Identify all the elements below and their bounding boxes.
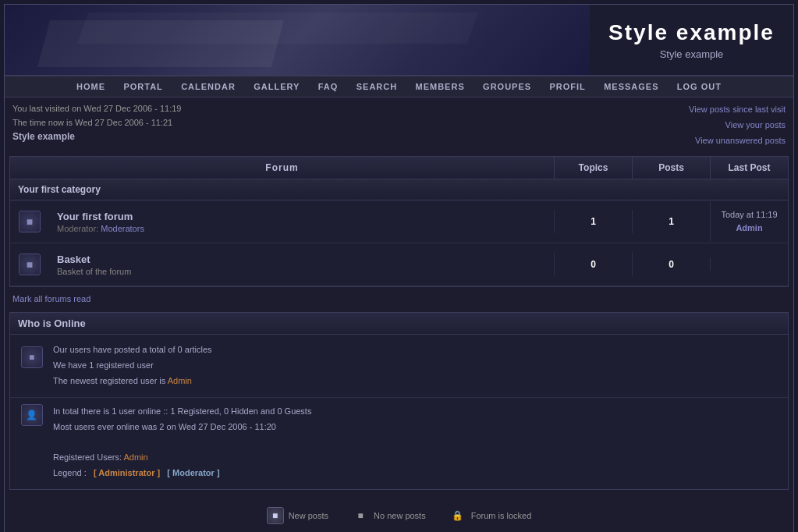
col-header-forum: Forum [10,157,554,179]
col-header-topics: Topics [554,157,632,179]
nav-calendar[interactable]: CALENDAR [173,82,243,91]
posts-count-2: 0 [669,259,674,270]
online-header: Who is Online [10,313,788,335]
blank-line [53,434,780,450]
no-new-legend-icon: ■ [352,507,369,524]
nav-home[interactable]: HOME [69,82,113,91]
forum-name-link-2[interactable]: Basket [57,254,90,265]
forum-info-cell: Your first forum Moderator: Moderators [49,204,554,239]
topics-cell: 1 [554,210,632,233]
posts-count: 1 [669,216,674,227]
forum-icon-cell-2: ■ [10,247,49,282]
locked-legend-icon: 🔒 [449,507,466,524]
nav-profil[interactable]: PROFIL [541,82,593,91]
nav-bar: HOME PORTAL CALENDAR GALLERY FAQ SEARCH … [5,76,793,98]
registered-user-link[interactable]: Admin [124,452,148,462]
site-title: Style example [608,20,775,45]
online-section2-content: In total there is 1 user online :: 1 Reg… [53,404,780,481]
forum-table: Forum Topics Posts Last Post Your first … [9,156,789,287]
header-banner [5,5,590,75]
legend-line: Legend : [ Administrator ] [ Moderator ] [53,466,780,481]
view-posts-since-link[interactable]: View posts since last visit [689,105,786,114]
nav-gallery[interactable]: GALLERY [246,82,307,91]
view-your-posts-link[interactable]: View your posts [725,120,786,129]
no-new-label: No new posts [374,511,426,520]
mark-all-read-link[interactable]: Mark all forums read [12,294,90,303]
online-icon-cell: ■ [18,342,45,388]
locked-label: Forum is locked [471,511,532,520]
registered-label: Registered Users: [53,452,122,462]
moderator-label: Moderator: [57,224,98,233]
moderator-line: Moderator: Moderators [57,224,546,233]
header: Style example Style example [5,5,793,76]
category-header: Your first category [10,179,788,200]
category-name: Your first category [18,184,101,195]
posts-cell-2: 0 [632,253,710,276]
lastpost-cell-2 [710,258,788,271]
topics-count-2: 0 [591,259,596,270]
online-count-icon-cell: 👤 [18,404,45,481]
nav-messages[interactable]: MESSAGES [596,82,666,91]
info-right: View posts since last visit View your po… [689,102,786,148]
info-left: You last visited on Wed 27 Dec 2006 - 11… [12,102,181,144]
col-header-lastpost: Last Post [710,157,788,179]
posts-cell: 1 [632,210,710,233]
site-subtitle: Style example [660,48,724,60]
newest-user-label: The newest registered user is [53,376,165,385]
nav-faq[interactable]: FAQ [310,82,346,91]
stat-registered: We have 1 registered user [53,358,780,374]
nav-members[interactable]: MEMBERS [408,82,473,91]
col-header-posts: Posts [632,157,710,179]
legend-mod: [ Moderator ] [167,468,219,477]
lastpost-cell: Today at 11:19 Admin [710,202,788,242]
current-time-text: The time now is Wed 27 Dec 2006 - 11:21 [12,116,181,130]
topics-cell-2: 0 [554,253,632,276]
mark-bar: Mark all forums read [5,290,793,307]
lastpost-date: Today at 11:19 [717,208,782,222]
outer-border: Style example Style example HOME PORTAL … [4,4,794,532]
online-total: In total there is 1 user online :: 1 Reg… [53,404,780,420]
forum-desc: Basket of the forum [57,267,546,276]
online-body: ■ Our users have posted a total of 0 art… [10,335,788,396]
lastpost-user-link[interactable]: Admin [736,223,762,232]
info-site-name: Style example [12,129,181,144]
no-new-posts-icon: ■ [19,254,41,275]
legend-no-new: ■ No new posts [352,507,426,524]
registered-users-line: Registered Users: Admin [53,450,780,466]
new-posts-legend-icon: ■ [267,507,284,524]
max-users: Most users ever online was 2 on Wed 27 D… [53,420,780,435]
legend-new-posts: ■ New posts [267,507,328,524]
forum-icon-cell: ■ [10,204,49,239]
new-posts-icon: ■ [19,211,41,232]
moderator-link[interactable]: Moderators [101,224,144,233]
newest-user-link[interactable]: Admin [168,376,192,385]
topics-count: 1 [591,216,596,227]
view-unanswered-link[interactable]: View unanswered posts [695,136,786,145]
forum-info-cell-2: Basket Basket of the forum [49,247,554,282]
nav-groupes[interactable]: GROUPES [475,82,539,91]
table-row: ■ Your first forum Moderator: Moderators… [10,200,788,243]
forum-header-row: Forum Topics Posts Last Post [10,157,788,179]
legend-text: Legend : [53,468,87,477]
who-is-online-section: Who is Online ■ Our users have posted a … [9,312,789,489]
online-section2: 👤 In total there is 1 user online :: 1 R… [10,397,788,489]
nav-portal[interactable]: PORTAL [115,82,170,91]
legend-locked: 🔒 Forum is locked [449,507,532,524]
nav-search[interactable]: SEARCH [349,82,405,91]
online-stats-content: Our users have posted a total of 0 artic… [53,342,780,388]
table-row: ■ Basket Basket of the forum 0 0 [10,243,788,286]
online-users-icon: ■ [21,346,43,368]
online-count-icon: 👤 [21,404,43,426]
stat-articles: Our users have posted a total of 0 artic… [53,342,780,358]
legend-admin: [ Administrator ] [94,468,160,477]
header-title-area: Style example Style example [590,5,793,75]
last-visit-text: You last visited on Wed 27 Dec 2006 - 11… [12,102,181,116]
new-posts-label: New posts [289,511,328,520]
nav-logout[interactable]: LOG OUT [669,82,729,91]
forum-name-link[interactable]: Your first forum [57,211,133,222]
legend-bar: ■ New posts ■ No new posts 🔒 Forum is lo… [5,495,793,530]
info-bar: You last visited on Wed 27 Dec 2006 - 11… [5,98,793,153]
stat-newest: The newest registered user is Admin [53,374,780,389]
